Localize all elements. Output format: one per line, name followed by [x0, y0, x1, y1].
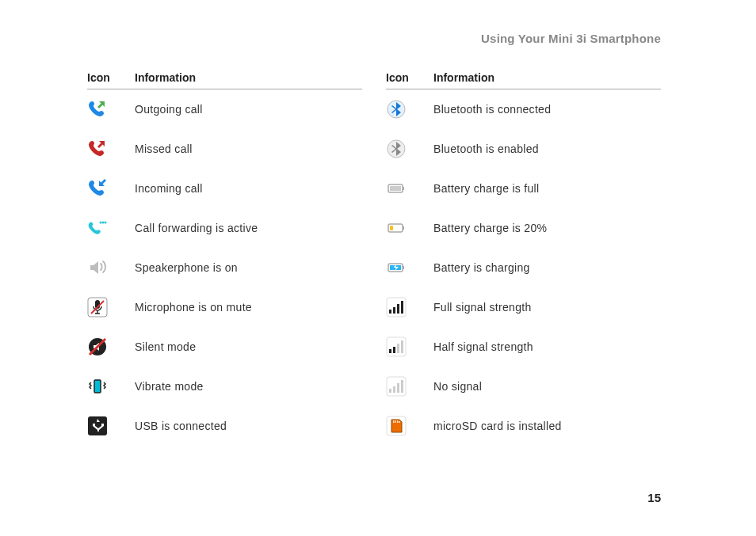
icon-description: Vibrate mode [135, 380, 362, 393]
col-header-info: Information [433, 71, 661, 84]
table-row: Bluetooth is enabled [386, 129, 661, 169]
signal-full-icon [386, 297, 407, 317]
silent-mode-icon [87, 336, 108, 357]
table-row: microSD card is installed [386, 406, 661, 446]
icon-description: Speakerphone is on [135, 261, 362, 274]
icon-description: Battery is charging [433, 261, 661, 274]
table-row: Call forwarding is active [87, 208, 362, 248]
icon-description: Half signal strength [433, 340, 661, 353]
icon-description: microSD card is installed [433, 420, 661, 432]
icon-description: Silent mode [135, 340, 362, 353]
icon-description: Call forwarding is active [135, 222, 362, 234]
outgoing-call-icon [87, 99, 108, 120]
usb-connected-icon [87, 416, 108, 436]
bluetooth-connected-icon [386, 99, 407, 120]
icon-description: Battery charge is full [433, 182, 661, 195]
icon-description: Bluetooth is connected [433, 103, 661, 116]
page-header: Using Your Mini 3i Smartphone [481, 32, 661, 45]
battery-full-icon [386, 178, 407, 199]
table-row: No signal [386, 367, 661, 406]
icon-description: Bluetooth is enabled [433, 143, 661, 155]
call-forwarding-icon [87, 218, 108, 238]
icon-description: Microphone is on mute [135, 301, 362, 314]
table-header: Icon Information [386, 71, 661, 89]
bluetooth-enabled-icon [386, 139, 407, 159]
icon-description: USB is connected [135, 420, 362, 432]
signal-half-icon [386, 336, 407, 357]
signal-none-icon [386, 376, 407, 397]
table-row: Outgoing call [87, 89, 362, 129]
icon-description: Battery charge is 20% [433, 222, 661, 234]
incoming-call-icon [87, 178, 108, 199]
table-row: Incoming call [87, 169, 362, 208]
icon-description: No signal [433, 380, 661, 393]
microsd-icon [386, 416, 407, 436]
table-row: Half signal strength [386, 327, 661, 367]
col-header-info: Information [135, 71, 362, 84]
icon-description: Missed call [135, 143, 362, 155]
table-row: Battery charge is 20% [386, 208, 661, 248]
table-row: Battery is charging [386, 248, 661, 287]
microphone-mute-icon [87, 297, 108, 317]
table-row: Full signal strength [386, 287, 661, 327]
icon-description: Full signal strength [433, 301, 661, 314]
icon-description: Incoming call [135, 182, 362, 195]
table-row: Battery charge is full [386, 169, 661, 208]
col-header-icon: Icon [87, 71, 135, 84]
missed-call-icon [87, 139, 108, 159]
table-row: Silent mode [87, 327, 362, 367]
table-row: Bluetooth is connected [386, 89, 661, 129]
table-row: Missed call [87, 129, 362, 169]
icon-table-left: Icon Information Outgoing call Missed ca… [87, 71, 362, 446]
battery-charging-icon [386, 257, 407, 278]
battery-20-icon [386, 218, 407, 238]
speakerphone-icon [87, 257, 108, 278]
icon-description: Outgoing call [135, 103, 362, 116]
vibrate-mode-icon [87, 376, 108, 397]
col-header-icon: Icon [386, 71, 433, 84]
icon-table-right: Icon Information Bluetooth is connected … [386, 71, 661, 446]
table-header: Icon Information [87, 71, 362, 89]
table-row: USB is connected [87, 406, 362, 446]
icon-tables: Icon Information Outgoing call Missed ca… [87, 71, 661, 446]
table-row: Microphone is on mute [87, 287, 362, 327]
page-number: 15 [647, 491, 661, 504]
table-row: Vibrate mode [87, 367, 362, 406]
table-row: Speakerphone is on [87, 248, 362, 287]
